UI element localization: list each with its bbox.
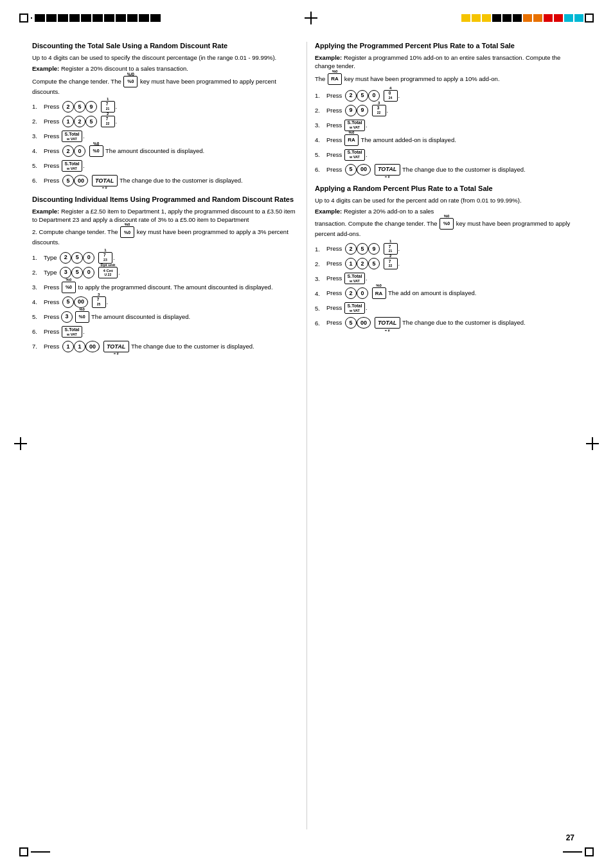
column-divider [306, 42, 307, 829]
top-bar [0, 12, 613, 24]
key-00: 00 [74, 175, 88, 186]
total-key-s4: TOTAL = # [375, 317, 400, 329]
key-s4-2b: 2 [357, 258, 368, 269]
stotal-key-r2: S.Totalw VAT [344, 149, 365, 161]
bottom-bar [0, 847, 613, 856]
top-left-segments [35, 14, 161, 22]
section2-steps: 1. Type 2 5 0 1 723 . 2. Type [32, 252, 299, 352]
section2-title: Discounting Individual Items Using Progr… [32, 195, 299, 203]
total-key-1: TOTAL = # [92, 175, 118, 186]
section4-note: transaction. Compute the change tender. … [315, 218, 582, 238]
dept-key-r1: 4 024 [384, 90, 398, 102]
key-s4-5b: 5 [345, 317, 357, 329]
key-s4-0: 0 [357, 287, 368, 299]
step-5: 5. Press S.Totalw VAT . [32, 160, 299, 172]
step2-1: 1. Type 2 5 0 1 723 . [32, 252, 299, 264]
section4-steps: 1. Press 2 5 9 1 721 . 2. Press [315, 243, 582, 329]
key-5e: 5 [71, 267, 83, 278]
bottom-left-corner [19, 847, 28, 856]
section4-para1: Up to 4 digits can be used for the perce… [315, 196, 582, 204]
key-0d: 0 [83, 252, 94, 264]
key-5d: 5 [71, 252, 83, 264]
step4-6: 6. Press 5 00 TOTAL = # The change due t… [315, 317, 582, 329]
key-s4-2: 2 [345, 243, 357, 255]
step-1: 1. Press 2 5 9 1 721 . [32, 101, 299, 113]
step3-3: 3. Press S.Totalw VAT . [315, 120, 582, 131]
section-discount-items: Discounting Individual Items Using Progr… [32, 195, 299, 352]
step3-6: 6. Press 5 00 TOTAL = # The change due t… [315, 164, 582, 176]
crosshair-area [305, 12, 317, 24]
key-9: 9 [85, 101, 97, 113]
key-r-9: 9 [345, 105, 357, 116]
section2-para1: Example: Register a £2.50 item to Depart… [32, 207, 299, 224]
section-pct-plus-programmed: Applying the Programmed Percent Plus Rat… [315, 42, 582, 176]
stotal-key-s2: S.Totalw VAT [62, 326, 82, 338]
section-pct-plus-random: Applying a Random Percent Plus Rate to a… [315, 185, 582, 329]
section3-steps: 1. Press 2 5 0 4 024 . 2. Press [315, 90, 582, 176]
total-key-r1: TOTAL = # [375, 164, 400, 176]
stotal-key-r1: S.Totalw VAT [344, 120, 365, 131]
step2-2: 2. Type 3 5 0 Dpt unit 4 CntU 22 . [32, 267, 299, 278]
step4-5: 5. Press S.Totalw VAT . [315, 302, 582, 314]
dept-key-s2-3: 3 725 [92, 296, 106, 308]
key-r-2: 2 [345, 90, 357, 102]
key-5f: 5 [62, 296, 74, 308]
left-crosshair [14, 437, 27, 450]
step-3: 3. Press S.Totalw VAT . [32, 131, 299, 142]
dept-key-r2: 3 322 [372, 105, 386, 116]
stotal-key-2: S.Totalw VAT [62, 160, 82, 172]
key-r-5b: 5 [345, 164, 357, 176]
top-left-corner [19, 14, 28, 23]
section3-title: Applying the Programmed Percent Plus Rat… [315, 42, 582, 50]
ra-key-r1: %0RA [344, 134, 359, 146]
key-s4-5: 5 [357, 243, 368, 255]
ra-key-s4: %0RA [372, 287, 386, 299]
step3-5: 5. Press S.Totalw VAT . [315, 149, 582, 161]
stotal-key-1: S.Totalw VAT [62, 131, 82, 142]
section1-note: Compute the change tender. The %/0%0 key… [32, 76, 299, 96]
key-1: 1 [62, 116, 74, 127]
step4-3: 3. Press S.Totalw VAT . [315, 273, 582, 284]
step4-1: 1. Press 2 5 9 1 721 . [315, 243, 582, 255]
key-s4-9: 9 [368, 243, 380, 255]
key-0e: 0 [83, 267, 94, 278]
page-number: 27 [566, 833, 574, 842]
key-5: 5 [74, 101, 85, 113]
key-5b: 5 [85, 116, 97, 127]
section1-para1: Up to 4 digits can be used to specify th… [32, 53, 299, 62]
top-right-segments [461, 14, 594, 23]
pct-key-note: %0%0 [120, 226, 134, 238]
step2-5: 5. Press 3 %0%0 The amount discounted is… [32, 311, 299, 323]
section3-note: The %0RA key must have been programmed t… [315, 73, 582, 85]
key-r-9b: 9 [357, 105, 368, 116]
dept-key-s2-2: Dpt unit 4 CntU 22 [98, 267, 118, 278]
bottom-left-reg [31, 851, 50, 853]
pct-key-s2b: %0%0 [75, 311, 89, 323]
ra-key-note: %0RA [328, 73, 342, 85]
step2-7: 7. Press 1 1 00 TOTAL = # The change due… [32, 341, 299, 352]
step3-4: 4. Press %0RA The amount added-on is dis… [315, 134, 582, 146]
key-2d: 2 [60, 252, 71, 264]
step2-3: 3. Press %0%0 to apply the programmed di… [32, 282, 299, 293]
step3-2: 2. Press 9 9 3 322 . [315, 105, 582, 116]
step-6: 6. Press 5 00 TOTAL = # The change due t… [32, 175, 299, 186]
section1-steps: 1. Press 2 5 9 1 721 . 2. Press [32, 101, 299, 186]
section2-note: 2. Compute change tender. The %0%0 key m… [32, 226, 299, 246]
key-00c: 00 [85, 341, 100, 352]
right-column: Applying the Programmed Percent Plus Rat… [315, 42, 582, 332]
step-2: 2. Press 1 2 5 2 722 . [32, 116, 299, 127]
step4-2: 2. Press 1 2 5 2 722 . [315, 258, 582, 269]
right-crosshair [586, 437, 599, 450]
key-s4-1: 1 [345, 258, 357, 269]
dept-key-s4-2: 2 722 [384, 258, 398, 269]
key-r-5: 5 [357, 90, 368, 102]
key-1c: 1 [74, 341, 85, 352]
step3-1: 1. Press 2 5 0 4 024 . [315, 90, 582, 102]
key-s4-00: 00 [357, 317, 371, 329]
key-1b: 1 [62, 341, 74, 352]
section1-para2: Example: Register a 20% discount to a sa… [32, 64, 299, 73]
bottom-right-corner [585, 847, 594, 856]
step-4: 4. Press 2 0 %0 %0 The amount discounted… [32, 145, 299, 157]
key-2b: 2 [74, 116, 85, 127]
dept-key-2: 2 722 [101, 116, 115, 127]
